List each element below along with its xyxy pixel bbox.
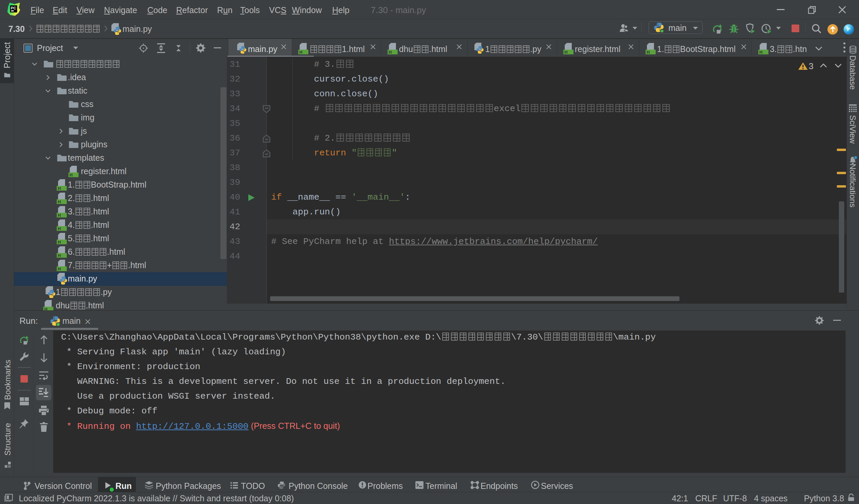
svg-text:H: H [759,50,762,55]
svg-text:H: H [70,172,73,178]
svg-text:H: H [58,199,61,204]
svg-text:H: H [58,213,61,218]
svg-text:H: H [564,50,568,55]
svg-text:H: H [58,240,61,245]
svg-text:H: H [58,226,61,231]
svg-text:H: H [58,253,61,258]
svg-text:H: H [58,266,61,272]
svg-text:H: H [58,186,61,191]
svg-text:H: H [299,50,302,55]
svg-text:H: H [389,50,392,55]
svg-text:H: H [647,50,650,55]
